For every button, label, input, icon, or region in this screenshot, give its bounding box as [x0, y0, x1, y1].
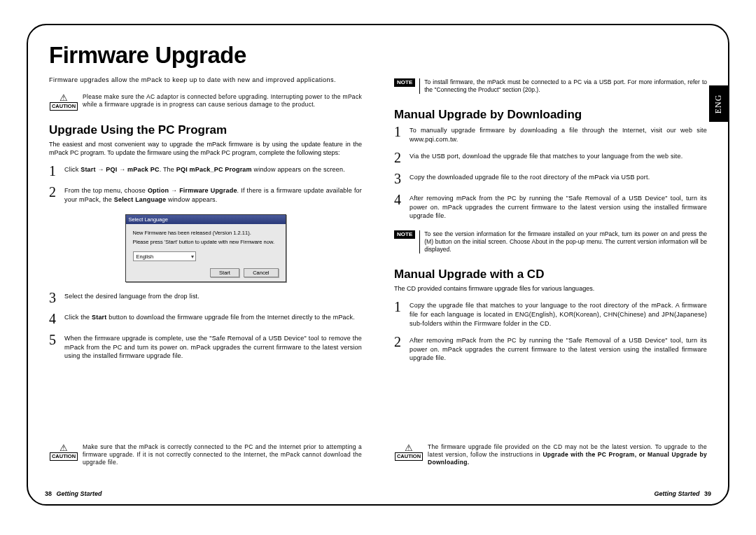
left-column: Firmware upgrades allow the mPack to kee…: [49, 76, 362, 475]
dl-step-1: 1 To manually upgrade firmware by downlo…: [394, 125, 707, 144]
warning-icon: ⚠: [59, 93, 68, 102]
page-frame: ENG Firmware Upgrade Firmware upgrades a…: [27, 24, 729, 506]
footer-label-right: Getting Started: [654, 490, 699, 497]
content-columns: Firmware upgrades allow the mPack to kee…: [49, 76, 707, 475]
step-number: 3: [394, 172, 410, 186]
cancel-button[interactable]: Cancel: [244, 268, 278, 277]
step-text: After removing mPack from the PC by runn…: [410, 335, 707, 363]
section-intro-pc: The easiest and most convenient way to u…: [49, 140, 362, 157]
language-tab: ENG: [709, 85, 729, 122]
step-text: Copy the upgrade file that matches to yo…: [410, 300, 707, 328]
step-number: 1: [49, 164, 64, 178]
dialog-buttons: Start Cancel: [133, 268, 279, 277]
pc-step-1: 1 Click Start → PQI → mPack PC. The PQI …: [49, 164, 362, 178]
dialog-body: New Firmware has been released (Version …: [126, 224, 286, 282]
footer-right: Getting Started 39: [654, 490, 714, 497]
section-title-download: Manual Upgrade by Downloading: [394, 108, 707, 122]
start-button[interactable]: Start: [210, 268, 239, 277]
dialog-title: Select Language: [126, 215, 286, 224]
intro-text: Firmware upgrades allow the mPack to kee…: [49, 76, 362, 84]
cd-step-1: 1 Copy the upgrade file that matches to …: [394, 300, 707, 328]
warning-icon: ⚠: [59, 443, 68, 452]
caution-word: CAUTION: [395, 452, 423, 461]
page-number-right: 39: [704, 490, 711, 497]
dl-step-4: 4 After removing mPack from the PC by ru…: [394, 193, 707, 221]
note-label: NOTE: [394, 78, 415, 87]
section-title-pc: Upgrade Using the PC Program: [49, 123, 362, 137]
caution-text-3: The firmware upgrade file provided on th…: [428, 443, 707, 466]
dl-step-2: 2 Via the USB port, download the upgrade…: [394, 151, 707, 165]
step-number: 2: [394, 151, 410, 165]
caution-box-2: ⚠ CAUTION Make sure that the mPack is co…: [49, 443, 362, 466]
step-number: 5: [49, 333, 64, 347]
step-number: 4: [394, 193, 410, 207]
step-text: To manually upgrade firmware by download…: [410, 125, 707, 144]
note-divider: [419, 78, 420, 94]
cd-step-2: 2 After removing mPack from the PC by ru…: [394, 335, 707, 363]
step-number: 3: [49, 291, 64, 305]
footer-left: 38 Getting Started: [42, 490, 102, 497]
caution-text-1: Please make sure the AC adaptor is conne…: [83, 93, 362, 109]
step-text: After removing mPack from the PC by runn…: [410, 193, 707, 221]
caution-label: ⚠ CAUTION: [49, 443, 78, 461]
step-text: Select the desired language from the dro…: [64, 291, 362, 301]
step-number: 1: [394, 125, 410, 139]
chevron-down-icon: ▾: [191, 253, 194, 260]
pc-step-2: 2 From the top menu, choose Option → Fir…: [49, 185, 362, 204]
caution-word: CAUTION: [50, 452, 78, 461]
footer-label-left: Getting Started: [57, 490, 102, 497]
caution-word: CAUTION: [50, 102, 78, 111]
pc-step-3: 3 Select the desired language from the d…: [49, 291, 362, 305]
section-intro-cd: The CD provided contains firmware upgrad…: [394, 284, 707, 293]
caution-label: ⚠ CAUTION: [49, 93, 78, 111]
step-text: When the firmware upgrade is complete, u…: [64, 333, 362, 361]
page-number-left: 38: [45, 490, 52, 497]
note-text-1: To install firmware, the mPack must be c…: [424, 78, 707, 94]
step-text: Click the Start button to download the f…: [64, 312, 362, 322]
pc-step-4: 4 Click the Start button to download the…: [49, 312, 362, 326]
note-divider: [419, 230, 420, 253]
language-select-value: English: [136, 253, 154, 260]
section-title-cd: Manual Upgrade with a CD: [394, 268, 707, 282]
step-number: 2: [49, 185, 64, 199]
step-number: 4: [49, 312, 64, 326]
caution-box-3: ⚠ CAUTION The firmware upgrade file prov…: [394, 443, 707, 466]
note-box-2: NOTE To see the version information for …: [394, 230, 707, 253]
note-text-2: To see the version information for the f…: [424, 230, 707, 253]
pc-step-5: 5 When the firmware upgrade is complete,…: [49, 333, 362, 361]
step-text: Copy the downloaded upgrade file to the …: [410, 172, 707, 182]
caution-label: ⚠ CAUTION: [394, 443, 424, 461]
caution-text-2: Make sure that the mPack is correctly co…: [83, 443, 362, 466]
select-language-dialog: Select Language New Firmware has been re…: [125, 214, 286, 283]
step-text: From the top menu, choose Option → Firmw…: [64, 185, 362, 204]
page-footer: 38 Getting Started Getting Started 39: [42, 490, 714, 497]
caution-box-1: ⚠ CAUTION Please make sure the AC adapto…: [49, 93, 362, 111]
language-tab-label: ENG: [713, 94, 724, 113]
language-select[interactable]: English ▾: [133, 251, 196, 261]
step-text: Via the USB port, download the upgrade f…: [410, 151, 707, 161]
note-label: NOTE: [394, 230, 415, 239]
note-box-1: NOTE To install firmware, the mPack must…: [394, 78, 707, 94]
warning-icon: ⚠: [405, 443, 413, 452]
step-number: 1: [394, 300, 410, 314]
right-column: NOTE To install firmware, the mPack must…: [394, 76, 707, 475]
dl-step-3: 3 Copy the downloaded upgrade file to th…: [394, 172, 707, 186]
dialog-message: New Firmware has been released (Version …: [133, 230, 279, 246]
step-text: Click Start → PQI → mPack PC. The PQI mP…: [64, 164, 362, 174]
step-number: 2: [394, 335, 410, 349]
page-title: Firmware Upgrade: [49, 42, 707, 69]
